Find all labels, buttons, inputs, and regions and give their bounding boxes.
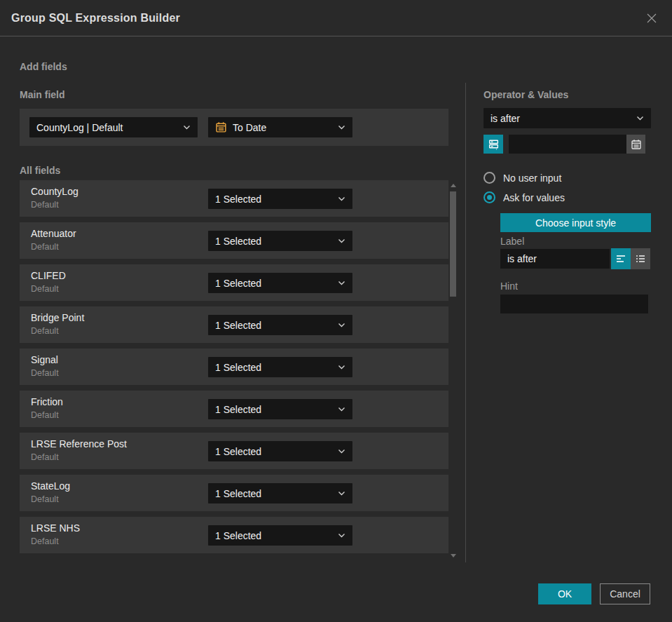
radio-selected-icon [484, 191, 495, 203]
calendar-icon [215, 121, 227, 133]
field-row: Bridge Point Default 1 Selected [20, 306, 448, 343]
radio-no-user-input[interactable]: No user input [484, 172, 561, 184]
field-values-dropdown[interactable]: 1 Selected [208, 231, 352, 251]
chevron-down-icon [338, 533, 345, 538]
dialog-title: Group SQL Expression Builder [11, 12, 180, 25]
field-row: LRSE Reference Post Default 1 Selected [20, 433, 448, 469]
chevron-down-icon [338, 449, 345, 454]
dialog-footer: OK Cancel [538, 583, 650, 604]
scrollbar-up-arrow-icon[interactable] [451, 184, 456, 187]
scrollbar-down-arrow-icon[interactable] [451, 554, 456, 557]
field-values-dropdown[interactable]: 1 Selected [208, 399, 352, 419]
chevron-down-icon [338, 323, 345, 327]
field-row: CountyLog Default 1 Selected [20, 180, 448, 217]
field-values-dropdown[interactable]: 1 Selected [208, 273, 352, 293]
main-field-dropdown-value: CountyLog | Default [36, 122, 183, 133]
operator-dropdown[interactable]: is after [484, 108, 651, 128]
label-input[interactable] [500, 249, 610, 269]
field-values-dropdown-value: 1 Selected [215, 446, 338, 457]
field-values-dropdown-value: 1 Selected [215, 236, 338, 247]
all-fields-list: CountyLog Default 1 Selected Attenuator … [20, 180, 448, 557]
field-subtitle: Default [31, 410, 59, 420]
field-name: Signal [31, 354, 58, 365]
chevron-down-icon [338, 365, 345, 370]
field-values-dropdown-value: 1 Selected [215, 194, 338, 205]
operator-dropdown-value: is after [491, 113, 636, 124]
chevron-down-icon [338, 196, 345, 201]
radio-no-user-input-label: No user input [503, 173, 561, 184]
list-input-style-icon[interactable] [631, 248, 650, 269]
field-values-dropdown[interactable]: 1 Selected [208, 189, 352, 209]
label-caption: Label [500, 236, 524, 247]
chevron-down-icon [338, 280, 345, 285]
radio-unselected-icon [484, 172, 495, 184]
field-name: LRSE Reference Post [31, 438, 127, 449]
date-mode-dropdown[interactable]: To Date [208, 117, 352, 137]
date-value-row [484, 135, 651, 154]
field-subtitle: Default [31, 200, 59, 210]
cancel-button[interactable]: Cancel [600, 583, 650, 604]
field-values-dropdown-value: 1 Selected [215, 530, 338, 541]
field-row: Friction Default 1 Selected [20, 391, 448, 427]
chevron-down-icon [338, 491, 345, 496]
field-values-dropdown-value: 1 Selected [215, 320, 338, 331]
field-subtitle: Default [31, 326, 59, 336]
field-name: Bridge Point [31, 312, 84, 323]
chevron-down-icon [636, 116, 644, 121]
hint-caption: Hint [500, 280, 518, 292]
field-values-dropdown-value: 1 Selected [215, 362, 338, 373]
field-row: StateLog Default 1 Selected [20, 475, 448, 511]
calendar-picker-icon[interactable] [626, 135, 645, 154]
choose-input-style-button[interactable]: Choose input style [500, 213, 651, 232]
field-name: StateLog [31, 480, 70, 492]
unique-values-stack-icon[interactable] [484, 135, 503, 154]
main-field-container: CountyLog | Default To Date [20, 109, 448, 146]
add-fields-heading: Add fields [20, 61, 67, 72]
chevron-down-icon [338, 238, 345, 243]
ok-button[interactable]: OK [538, 583, 591, 604]
date-value-input[interactable] [509, 135, 626, 154]
radio-ask-for-values-label: Ask for values [503, 192, 565, 203]
chevron-down-icon [338, 125, 345, 130]
field-values-dropdown[interactable]: 1 Selected [208, 315, 352, 335]
all-fields-heading: All fields [20, 165, 60, 176]
radio-ask-for-values[interactable]: Ask for values [484, 191, 565, 203]
field-name: CountyLog [31, 186, 78, 197]
list-scrollbar[interactable] [449, 182, 458, 559]
field-values-dropdown-value: 1 Selected [215, 404, 338, 415]
field-values-dropdown[interactable]: 1 Selected [208, 483, 352, 503]
field-subtitle: Default [31, 242, 59, 252]
field-values-dropdown[interactable]: 1 Selected [208, 441, 352, 461]
field-row: Attenuator Default 1 Selected [20, 222, 448, 259]
main-field-heading: Main field [20, 89, 65, 100]
field-subtitle: Default [31, 284, 59, 294]
chevron-down-icon [338, 407, 345, 412]
field-row: CLIFED Default 1 Selected [20, 264, 448, 301]
field-values-dropdown[interactable]: 1 Selected [208, 525, 352, 546]
field-row: Signal Default 1 Selected [20, 349, 448, 385]
field-values-dropdown[interactable]: 1 Selected [208, 357, 352, 377]
hint-input[interactable] [500, 295, 648, 313]
panel-divider [465, 83, 466, 562]
close-icon[interactable] [644, 11, 659, 26]
field-values-dropdown-value: 1 Selected [215, 278, 338, 289]
chevron-down-icon [183, 125, 191, 130]
field-name: Attenuator [31, 228, 76, 239]
scrollbar-thumb[interactable] [450, 191, 456, 297]
dialog-titlebar: Group SQL Expression Builder [0, 0, 672, 36]
field-name: Friction [31, 396, 63, 407]
single-line-input-style-icon[interactable] [611, 248, 631, 269]
field-subtitle: Default [31, 452, 59, 462]
field-subtitle: Default [31, 536, 59, 546]
field-subtitle: Default [31, 494, 59, 504]
date-mode-dropdown-value: To Date [233, 122, 338, 133]
field-values-dropdown-value: 1 Selected [215, 488, 338, 499]
input-style-toggles [611, 248, 650, 269]
field-name: CLIFED [31, 270, 66, 281]
operator-values-heading: Operator & Values [484, 89, 568, 100]
main-field-dropdown[interactable]: CountyLog | Default [29, 117, 198, 137]
field-row: LRSE NHS Default 1 Selected [20, 517, 448, 553]
field-name: LRSE NHS [31, 522, 80, 534]
field-subtitle: Default [31, 368, 59, 378]
